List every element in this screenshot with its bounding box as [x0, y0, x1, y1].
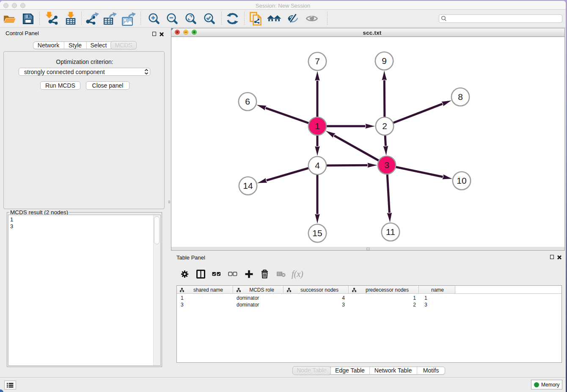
svg-text:1: 1	[315, 121, 320, 131]
svg-text:4: 4	[315, 160, 320, 170]
svg-text:7: 7	[315, 56, 320, 66]
svg-text:6: 6	[245, 97, 250, 106]
svg-text:10: 10	[457, 176, 466, 185]
svg-text:9: 9	[382, 56, 387, 66]
svg-text:15: 15	[312, 228, 322, 238]
svg-text:2: 2	[382, 121, 387, 131]
svg-text:8: 8	[458, 92, 463, 102]
svg-text:14: 14	[243, 181, 253, 190]
svg-text:11: 11	[386, 227, 395, 237]
svg-text:3: 3	[384, 160, 389, 170]
